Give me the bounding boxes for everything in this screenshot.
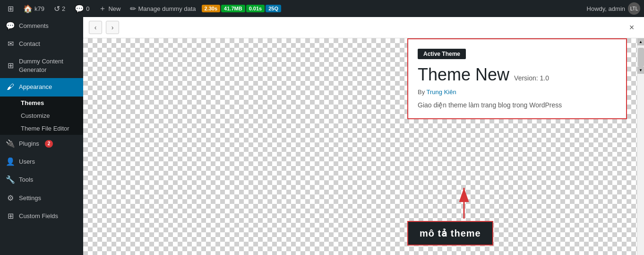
edit-icon: ✏: [130, 4, 136, 13]
avatar: LTL: [628, 2, 640, 15]
sidebar-subitem-theme-file-editor[interactable]: Theme File Editor: [0, 122, 83, 135]
theme-author-link[interactable]: Trung Kiên: [427, 88, 456, 96]
sidebar-custom-fields-label: Custom Fields: [19, 212, 58, 220]
updates-item[interactable]: ↺ 2: [50, 0, 69, 17]
sidebar: 💬 Comments ✉ Contact ⊞ Dummy Content Gen…: [0, 17, 83, 255]
home-icon: 🏠: [23, 4, 33, 13]
sidebar-item-tools[interactable]: 🔧 Tools: [0, 171, 83, 189]
browser-chrome: ‹ › ×: [83, 17, 644, 38]
theme-name-text: Theme New: [418, 65, 509, 85]
perf-queries-time: 0.01s: [246, 5, 265, 12]
comments-item[interactable]: 💬 0: [71, 0, 93, 17]
updates-count: 2: [62, 5, 65, 12]
sidebar-item-dummy[interactable]: ⊞ Dummy Content Generator: [0, 53, 83, 78]
sidebar-item-plugins[interactable]: 🔌 Plugins 2: [0, 135, 83, 153]
sidebar-item-comments[interactable]: 💬 Comments: [0, 17, 83, 35]
close-button[interactable]: ×: [625, 21, 638, 34]
plus-icon: ＋: [99, 4, 106, 14]
appearance-submenu: Themes Customize Theme File Editor: [0, 97, 83, 135]
wp-icon: ⊞: [8, 4, 14, 13]
howdy-section: Howdy, admin LTL: [587, 2, 640, 15]
manage-dummy-label: Manage dummy data: [138, 5, 196, 12]
site-name-label: k79: [34, 5, 44, 12]
wp-logo-item[interactable]: ⊞: [4, 0, 17, 17]
theme-preview-area: Active Theme Theme New Version: 1.0 By T…: [83, 38, 644, 255]
sidebar-appearance-label: Appearance: [19, 83, 52, 91]
forward-icon: ›: [112, 24, 114, 31]
sidebar-item-appearance[interactable]: 🖌 Appearance: [0, 78, 83, 96]
scrollbar-thumb[interactable]: [638, 48, 644, 67]
sidebar-subitem-themes[interactable]: Themes: [0, 97, 83, 109]
by-label: By: [418, 88, 425, 96]
perf-time: 2.30s: [202, 5, 221, 12]
customize-label: Customize: [21, 112, 50, 119]
theme-file-editor-label: Theme File Editor: [21, 125, 69, 132]
back-icon: ‹: [94, 24, 97, 31]
scrollbar-down-button[interactable]: ▼: [637, 67, 644, 74]
comments-sidebar-icon: 💬: [6, 21, 15, 31]
content-area: ‹ › × Active Theme Theme New Version: 1.…: [83, 17, 644, 255]
sidebar-comments-label: Comments: [19, 22, 49, 30]
sidebar-subitem-customize[interactable]: Customize: [0, 109, 83, 122]
perf-badges: 2.30s 41.7MB 0.01s 25Q: [202, 5, 281, 12]
perf-queries: 25Q: [266, 5, 281, 12]
scrollbar-up-button[interactable]: ▲: [637, 38, 644, 45]
comments-count: 0: [86, 5, 89, 12]
sidebar-item-users[interactable]: 👤 Users: [0, 153, 83, 171]
new-label: New: [108, 5, 120, 12]
site-name-item[interactable]: 🏠 k79: [19, 0, 48, 17]
themes-label: Themes: [21, 99, 44, 106]
theme-by: By Trung Kiên: [418, 88, 617, 96]
plugins-icon: 🔌: [6, 139, 15, 149]
comments-icon: 💬: [75, 4, 84, 13]
sidebar-contact-label: Contact: [19, 40, 40, 48]
theme-name: Theme New Version: 1.0: [418, 65, 617, 85]
sidebar-plugins-label: Plugins: [19, 140, 39, 148]
users-icon: 👤: [6, 157, 15, 167]
settings-icon: ⚙: [6, 193, 15, 203]
sidebar-dummy-label: Dummy Content Generator: [19, 57, 77, 74]
active-theme-badge: Active Theme: [418, 49, 466, 59]
theme-version: Version: 1.0: [514, 74, 549, 82]
perf-memory: 41.7MB: [221, 5, 245, 12]
howdy-label: Howdy, admin: [587, 5, 625, 12]
avatar-label: LTL: [630, 6, 638, 11]
manage-dummy-item[interactable]: ✏ Manage dummy data: [126, 0, 199, 17]
back-button[interactable]: ‹: [89, 21, 102, 34]
sidebar-item-settings[interactable]: ⚙ Settings: [0, 189, 83, 207]
theme-info-card: Active Theme Theme New Version: 1.0 By T…: [407, 38, 627, 119]
forward-button[interactable]: ›: [106, 21, 119, 34]
appearance-icon: 🖌: [6, 82, 15, 92]
sidebar-users-label: Users: [19, 158, 35, 166]
dummy-icon: ⊞: [6, 61, 15, 71]
sidebar-tools-label: Tools: [19, 176, 33, 184]
scrollbar-track: ▲ ▼: [637, 38, 644, 255]
updates-icon: ↺: [54, 4, 60, 13]
custom-fields-icon: ⊞: [6, 211, 15, 221]
sidebar-item-custom-fields[interactable]: ⊞ Custom Fields: [0, 207, 83, 225]
new-content-item[interactable]: ＋ New: [95, 0, 124, 17]
contact-icon: ✉: [6, 39, 15, 49]
sidebar-settings-label: Settings: [19, 194, 41, 202]
sidebar-item-contact[interactable]: ✉ Contact: [0, 35, 83, 53]
tools-icon: 🔧: [6, 175, 15, 185]
close-icon: ×: [629, 23, 635, 33]
theme-description: Giao diện theme làm trang blog trong Wor…: [418, 101, 617, 109]
plugins-badge: 2: [45, 140, 53, 148]
admin-bar: ⊞ 🏠 k79 ↺ 2 💬 0 ＋ New ✏ Manage dummy dat…: [0, 0, 644, 17]
main-layout: 💬 Comments ✉ Contact ⊞ Dummy Content Gen…: [0, 17, 644, 255]
